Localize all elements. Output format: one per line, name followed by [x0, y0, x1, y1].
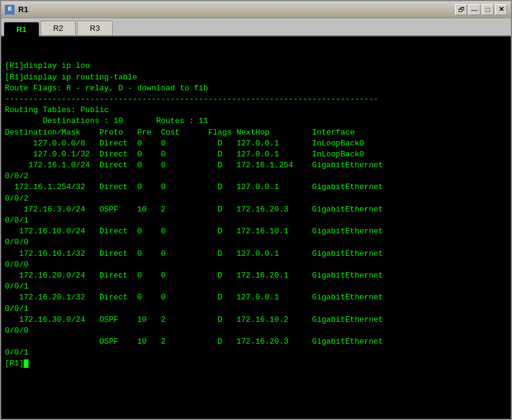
terminal-output[interactable]: [R1]display ip lou[R1]display ip routing…	[1, 36, 511, 419]
window-title: R1	[18, 5, 28, 14]
terminal-line: [R1]display ip lou	[5, 61, 507, 72]
cursor	[24, 359, 28, 368]
terminal-line: 0/0/0	[5, 325, 507, 336]
terminal-line: [R1]display ip routing-table	[5, 72, 507, 83]
terminal-line: 0/0/0	[5, 237, 507, 248]
title-bar-left: R R1	[5, 5, 28, 15]
terminal-line: Route Flags: R - relay, D - download to …	[5, 83, 507, 94]
tab-bar: R1 R2 R3	[1, 18, 511, 36]
terminal-line: 0/0/1	[5, 304, 507, 315]
terminal-line: 0/0/2	[5, 171, 507, 182]
terminal-line: Destination/Mask Proto Pre Cost Flags Ne…	[5, 127, 507, 138]
terminal-line: Destinations : 10 Routes : 11	[5, 116, 507, 127]
terminal-line: 0/0/1	[5, 347, 507, 358]
window-icon: R	[5, 5, 15, 15]
terminal-line: 172.16.10.1/32 Direct 0 0 D 127.0.0.1 Gi…	[5, 248, 507, 259]
terminal-line: 172.16.20.1/32 Direct 0 0 D 127.0.0.1 Gi…	[5, 292, 507, 303]
window-controls: 🗗 — □ ✕	[455, 4, 507, 15]
terminal-line: 0/0/2	[5, 193, 507, 204]
terminal-line: 0/0/0	[5, 259, 507, 270]
terminal-line: OSPF 10 2 D 172.16.20.3 GigabitEthernet	[5, 336, 507, 347]
terminal-line: 172.16.30.0/24 OSPF 10 2 D 172.16.10.2 G…	[5, 315, 507, 325]
terminal-line: 172.16.20.0/24 Direct 0 0 D 172.16.20.1 …	[5, 270, 507, 281]
title-bar: R R1 🗗 — □ ✕	[1, 1, 511, 18]
terminal-line: [R1]	[5, 358, 507, 369]
terminal-line: 0/0/1	[5, 215, 507, 226]
terminal-line: 172.16.1.254/32 Direct 0 0 D 127.0.0.1 G…	[5, 182, 507, 193]
maximize-button[interactable]: □	[482, 4, 494, 15]
tab-r1[interactable]: R1	[4, 22, 39, 36]
tab-r3[interactable]: R3	[77, 21, 113, 35]
restore-button[interactable]: 🗗	[455, 4, 467, 15]
terminal-line: Routing Tables: Public	[5, 105, 507, 116]
terminal-line: 0/0/1	[5, 281, 507, 292]
terminal-line: 127.0.0.1/32 Direct 0 0 D 127.0.0.1 InLo…	[5, 149, 507, 160]
terminal-line: 172.16.3.0/24 OSPF 10 2 D 172.16.20.3 Gi…	[5, 204, 507, 215]
terminal-line: 172.16.10.0/24 Direct 0 0 D 172.16.10.1 …	[5, 226, 507, 237]
terminal-line: ----------------------------------------…	[5, 94, 507, 105]
tab-r2[interactable]: R2	[41, 21, 76, 35]
main-window: R R1 🗗 — □ ✕ R1 R2 R3 [R1]display ip lou…	[0, 0, 512, 420]
close-button[interactable]: ✕	[495, 4, 507, 15]
terminal-line: 127.0.0.0/8 Direct 0 0 D 127.0.0.1 InLoo…	[5, 138, 507, 149]
minimize-button[interactable]: —	[468, 4, 480, 15]
terminal-line: 172.16.1.0/24 Direct 0 0 D 172.16.1.254 …	[5, 160, 507, 171]
